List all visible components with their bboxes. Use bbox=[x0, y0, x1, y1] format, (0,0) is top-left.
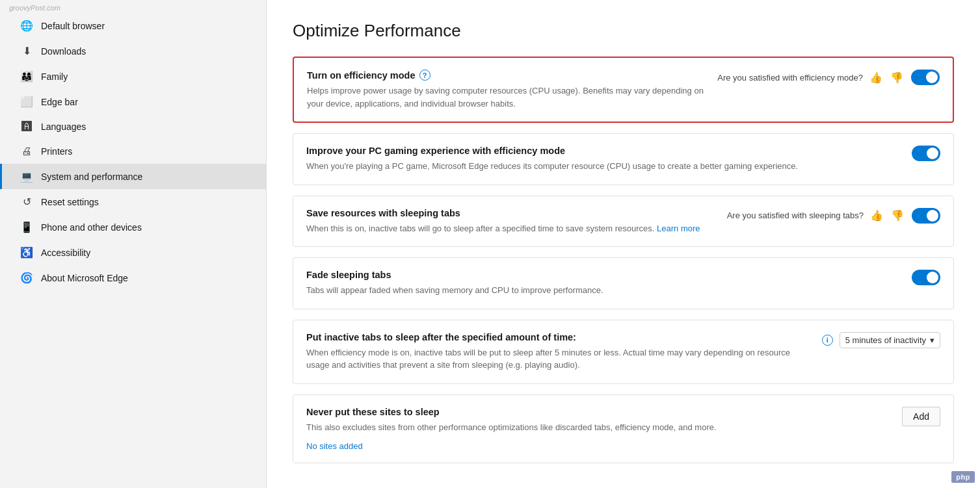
fade-sleeping-controls bbox=[912, 270, 940, 285]
php-badge: php bbox=[951, 471, 975, 483]
sidebar-item-label: Phone and other devices bbox=[41, 222, 142, 233]
inactive-sleep-row: Put inactive tabs to sleep after the spe… bbox=[306, 332, 940, 372]
learn-more-link[interactable]: Learn more bbox=[657, 224, 700, 233]
gaming-efficiency-section: Improve your PC gaming experience with e… bbox=[293, 133, 954, 185]
never-sleep-controls: Add bbox=[902, 407, 940, 426]
add-site-button[interactable]: Add bbox=[902, 407, 940, 426]
sidebar-item-label: Accessibility bbox=[41, 248, 90, 258]
family-icon: 👨‍👩‍👧 bbox=[20, 70, 33, 83]
sidebar-item-label: Edge bar bbox=[41, 97, 78, 107]
gaming-efficiency-desc: When you're playing a PC game, Microsoft… bbox=[306, 160, 901, 173]
gaming-efficiency-title: Improve your PC gaming experience with e… bbox=[306, 146, 901, 156]
efficiency-mode-info: Turn on efficiency mode ? Helps improve … bbox=[307, 70, 707, 110]
inactive-sleep-title: Put inactive tabs to sleep after the spe… bbox=[306, 332, 812, 342]
sidebar-item-accessibility[interactable]: ♿ Accessibility bbox=[0, 240, 266, 265]
sleeping-tabs-section: Save resources with sleeping tabs When t… bbox=[293, 196, 954, 248]
thumbs-up-button[interactable]: 👍 bbox=[868, 70, 884, 85]
efficiency-mode-row: Turn on efficiency mode ? Helps improve … bbox=[307, 70, 940, 110]
inactive-sleep-controls: i 5 minutes of inactivity ▾ bbox=[822, 332, 940, 348]
sleeping-tabs-row: Save resources with sleeping tabs When t… bbox=[306, 208, 940, 235]
sleeping-tabs-controls: Are you satisfied with sleeping tabs? 👍 … bbox=[727, 208, 940, 224]
sleeping-tabs-title: Save resources with sleeping tabs bbox=[306, 208, 717, 218]
edge-bar-icon: ⬜ bbox=[20, 96, 33, 108]
languages-icon: 🅰 bbox=[20, 121, 33, 133]
main-content: Optimize Performance Turn on efficiency … bbox=[267, 0, 980, 488]
fade-sleeping-info: Fade sleeping tabs Tabs will appear fade… bbox=[306, 270, 901, 297]
sleeping-tabs-desc: When this is on, inactive tabs will go t… bbox=[306, 222, 717, 235]
sidebar-item-label: Family bbox=[41, 71, 68, 82]
sidebar-item-system-and-performance[interactable]: 💻 System and performance bbox=[0, 164, 266, 189]
efficiency-mode-title: Turn on efficiency mode ? bbox=[307, 70, 707, 81]
fade-sleeping-desc: Tabs will appear faded when saving memor… bbox=[306, 284, 901, 297]
sidebar-item-downloads[interactable]: ⬇ Downloads bbox=[0, 38, 266, 64]
system-performance-icon: 💻 bbox=[20, 170, 33, 183]
inactive-sleep-section: Put inactive tabs to sleep after the spe… bbox=[293, 320, 954, 384]
inactivity-dropdown[interactable]: 5 minutes of inactivity ▾ bbox=[840, 332, 940, 348]
inactive-sleep-info-icon[interactable]: i bbox=[822, 335, 833, 346]
sleeping-satisfaction-text: Are you satisfied with sleeping tabs? bbox=[727, 211, 864, 220]
fade-sleeping-title: Fade sleeping tabs bbox=[306, 270, 901, 280]
gaming-efficiency-controls bbox=[912, 146, 940, 161]
gaming-efficiency-toggle[interactable] bbox=[912, 146, 940, 161]
sleeping-tabs-toggle[interactable] bbox=[912, 208, 940, 224]
gaming-efficiency-info: Improve your PC gaming experience with e… bbox=[306, 146, 901, 173]
watermark: groovyPost.com bbox=[0, 0, 266, 13]
dropdown-chevron-icon: ▾ bbox=[930, 335, 934, 345]
never-sleep-section: Never put these sites to sleep This also… bbox=[293, 394, 954, 464]
sleeping-thumbs-up-button[interactable]: 👍 bbox=[869, 208, 884, 223]
sidebar-item-label: Reset settings bbox=[41, 197, 99, 207]
accessibility-icon: ♿ bbox=[20, 246, 33, 259]
sidebar-item-label: About Microsoft Edge bbox=[41, 273, 128, 283]
efficiency-mode-toggle[interactable] bbox=[911, 70, 940, 85]
efficiency-mode-section: Turn on efficiency mode ? Helps improve … bbox=[293, 57, 954, 123]
default-browser-icon: 🌐 bbox=[20, 19, 33, 32]
sleeping-tabs-info: Save resources with sleeping tabs When t… bbox=[306, 208, 717, 235]
no-sites-text: No sites added bbox=[306, 441, 940, 451]
sidebar-item-family[interactable]: 👨‍👩‍👧 Family bbox=[0, 64, 266, 89]
fade-sleeping-row: Fade sleeping tabs Tabs will appear fade… bbox=[306, 270, 940, 297]
phone-icon: 📱 bbox=[20, 221, 33, 233]
sidebar-item-label: Default browser bbox=[41, 21, 105, 31]
inactivity-value: 5 minutes of inactivity bbox=[845, 335, 926, 345]
fade-sleeping-section: Fade sleeping tabs Tabs will appear fade… bbox=[293, 257, 954, 309]
satisfaction-text: Are you satisfied with efficiency mode? bbox=[717, 73, 863, 83]
fade-sleeping-toggle[interactable] bbox=[912, 270, 940, 285]
sidebar-item-label: Printers bbox=[41, 146, 72, 157]
gaming-efficiency-row: Improve your PC gaming experience with e… bbox=[306, 146, 940, 173]
inactive-sleep-desc: When efficiency mode is on, inactive tab… bbox=[306, 346, 812, 372]
efficiency-mode-info-icon[interactable]: ? bbox=[419, 70, 430, 81]
sidebar-item-label: Downloads bbox=[41, 46, 86, 57]
sidebar-item-label: System and performance bbox=[41, 172, 142, 182]
never-sleep-desc: This also excludes sites from other perf… bbox=[306, 421, 892, 434]
about-edge-icon: 🌀 bbox=[20, 272, 33, 284]
never-sleep-info: Never put these sites to sleep This also… bbox=[306, 407, 892, 434]
printers-icon: 🖨 bbox=[20, 146, 33, 157]
sidebar-item-languages[interactable]: 🅰 Languages bbox=[0, 114, 266, 139]
sidebar-item-default-browser[interactable]: 🌐 Default browser bbox=[0, 13, 266, 38]
reset-settings-icon: ↺ bbox=[20, 196, 33, 208]
efficiency-mode-desc: Helps improve power usage by saving comp… bbox=[307, 84, 707, 110]
sidebar-item-printers[interactable]: 🖨 Printers bbox=[0, 139, 266, 164]
sidebar-item-edge-bar[interactable]: ⬜ Edge bar bbox=[0, 89, 266, 114]
inactive-sleep-info: Put inactive tabs to sleep after the spe… bbox=[306, 332, 812, 372]
sidebar-item-phone-and-other-devices[interactable]: 📱 Phone and other devices bbox=[0, 214, 266, 240]
sidebar-item-label: Languages bbox=[41, 122, 86, 132]
sidebar-item-reset-settings[interactable]: ↺ Reset settings bbox=[0, 189, 266, 214]
downloads-icon: ⬇ bbox=[20, 45, 33, 57]
sleeping-thumbs-down-button[interactable]: 👎 bbox=[890, 208, 905, 223]
never-sleep-title: Never put these sites to sleep bbox=[306, 407, 892, 417]
page-title: Optimize Performance bbox=[293, 21, 954, 41]
sidebar-item-about-edge[interactable]: 🌀 About Microsoft Edge bbox=[0, 265, 266, 290]
sleeping-tabs-satisfaction: Are you satisfied with sleeping tabs? 👍 … bbox=[727, 208, 905, 223]
efficiency-mode-controls: Are you satisfied with efficiency mode? … bbox=[717, 70, 940, 85]
sidebar: groovyPost.com 🌐 Default browser ⬇ Downl… bbox=[0, 0, 267, 488]
thumbs-down-button[interactable]: 👎 bbox=[889, 70, 905, 85]
efficiency-satisfaction: Are you satisfied with efficiency mode? … bbox=[717, 70, 905, 85]
never-sleep-row: Never put these sites to sleep This also… bbox=[306, 407, 940, 434]
